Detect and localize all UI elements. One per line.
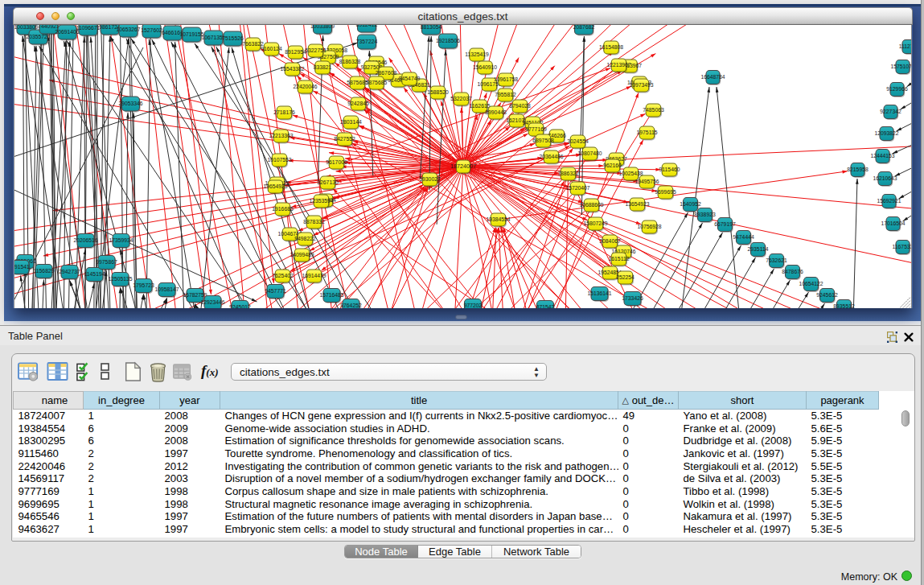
- svg-text:871542: 871542: [536, 304, 555, 308]
- svg-text:16648784: 16648784: [700, 74, 725, 80]
- svg-text:2867608: 2867608: [376, 70, 397, 76]
- svg-text:10653267: 10653267: [116, 27, 140, 32]
- svg-text:962160: 962160: [603, 163, 622, 168]
- svg-text:10025438: 10025438: [618, 171, 643, 176]
- svg-text:1975115: 1975115: [637, 130, 658, 135]
- svg-text:16914479: 16914479: [302, 273, 326, 278]
- svg-text:15136141: 15136141: [587, 290, 611, 296]
- svg-text:11325419: 11325419: [465, 51, 489, 57]
- svg-text:10654122: 10654122: [799, 281, 823, 286]
- svg-text:1167533: 1167533: [893, 244, 912, 249]
- svg-text:9617006: 9617006: [326, 159, 347, 165]
- svg-text:10973493: 10973493: [629, 82, 653, 88]
- svg-text:16154808: 16154808: [599, 44, 623, 50]
- svg-text:9498222: 9498222: [294, 236, 316, 241]
- svg-text:15751074: 15751074: [890, 64, 912, 69]
- svg-text:7485063: 7485063: [643, 107, 664, 113]
- svg-text:22420046: 22420046: [293, 84, 317, 89]
- svg-text:19495756: 19495756: [634, 179, 659, 184]
- svg-text:12213967: 12213967: [606, 62, 630, 68]
- svg-text:8878332: 8878332: [303, 219, 325, 225]
- svg-text:3024554: 3024554: [567, 138, 589, 144]
- svg-text:2718176: 2718176: [273, 109, 295, 115]
- svg-text:5875685: 5875685: [366, 80, 388, 85]
- svg-text:9457771: 9457771: [265, 288, 286, 294]
- svg-text:13654923: 13654923: [625, 201, 649, 207]
- svg-text:12213363: 12213363: [269, 133, 293, 138]
- svg-text:9160124: 9160124: [261, 46, 282, 51]
- svg-text:8912954: 8912954: [285, 49, 306, 55]
- svg-text:833821: 833821: [314, 64, 332, 70]
- svg-text:16543382: 16543382: [280, 66, 304, 72]
- svg-text:7515526: 7515526: [222, 35, 244, 41]
- svg-text:16782759: 16782759: [183, 292, 207, 298]
- svg-text:8215958: 8215958: [847, 167, 869, 172]
- svg-text:19654923: 19654923: [263, 183, 287, 189]
- svg-text:1162615: 1162615: [470, 103, 491, 109]
- svg-text:7632621: 7632621: [766, 257, 787, 263]
- svg-text:3084067: 3084067: [599, 238, 621, 244]
- svg-text:15807249: 15807249: [583, 220, 607, 226]
- svg-text:15640910: 15640910: [473, 64, 497, 70]
- svg-text:2803144: 2803144: [340, 119, 362, 125]
- svg-text:15716485: 15716485: [319, 292, 343, 298]
- svg-text:2942737: 2942737: [59, 269, 80, 274]
- svg-text:8935512: 8935512: [833, 303, 855, 308]
- svg-text:8427552: 8427552: [334, 136, 355, 142]
- svg-text:6794028: 6794028: [509, 103, 531, 109]
- svg-text:9975867: 9975867: [96, 259, 117, 265]
- svg-text:17016504: 17016504: [881, 220, 905, 226]
- svg-text:15720407: 15720407: [565, 185, 589, 191]
- svg-text:1640952: 1640952: [680, 201, 701, 207]
- svg-text:391541: 391541: [14, 264, 30, 270]
- svg-text:6679197: 6679197: [714, 221, 736, 227]
- svg-text:9115460: 9115460: [659, 167, 680, 172]
- svg-text:977202: 977202: [464, 303, 483, 308]
- svg-text:1795723: 1795723: [133, 282, 154, 288]
- svg-text:7886322: 7886322: [557, 171, 579, 176]
- svg-text:9227342: 9227342: [880, 109, 901, 114]
- svg-text:20364486: 20364486: [539, 154, 563, 159]
- svg-text:7955812: 7955812: [495, 92, 516, 97]
- svg-text:2935114: 2935114: [748, 246, 769, 252]
- svg-text:10688609: 10688609: [579, 202, 603, 208]
- svg-text:1588520: 1588520: [427, 89, 449, 95]
- svg-text:12505135: 12505135: [108, 276, 132, 282]
- svg-text:1615112: 1615112: [609, 256, 630, 262]
- svg-text:20206516: 20206516: [73, 237, 97, 243]
- svg-text:12923446: 12923446: [200, 299, 224, 305]
- svg-text:8186328: 8186328: [339, 59, 361, 64]
- svg-text:5322037: 5322037: [450, 96, 472, 101]
- svg-text:17359934: 17359934: [109, 237, 133, 243]
- svg-text:19218506: 19218506: [436, 38, 460, 43]
- svg-text:10756928: 10756928: [637, 224, 661, 229]
- svg-text:16210643: 16210643: [873, 175, 897, 181]
- svg-text:10958147: 10958147: [154, 286, 179, 292]
- svg-text:15692921: 15692921: [877, 198, 901, 204]
- svg-text:11096671: 11096671: [76, 25, 101, 31]
- svg-text:1916685: 1916685: [272, 206, 294, 212]
- svg-text:12093822: 12093822: [874, 130, 898, 136]
- svg-text:9699695: 9699695: [655, 189, 676, 195]
- svg-text:10807480: 10807480: [577, 150, 602, 156]
- svg-text:8478676: 8478676: [782, 269, 803, 274]
- svg-text:7625402: 7625402: [272, 273, 294, 278]
- svg-text:9245612: 9245612: [816, 292, 838, 298]
- svg-text:18724007: 18724007: [450, 163, 476, 170]
- svg-text:14099489: 14099489: [290, 252, 314, 257]
- svg-text:6897508: 6897508: [532, 138, 554, 143]
- svg-text:5930027: 5930027: [419, 176, 441, 182]
- svg-text:7357224: 7357224: [356, 39, 378, 44]
- svg-text:8938923: 8938923: [694, 212, 716, 217]
- svg-text:252254: 252254: [616, 274, 634, 280]
- svg-text:19384554: 19384554: [486, 216, 510, 222]
- svg-text:12444153: 12444153: [870, 153, 894, 159]
- svg-text:9129966: 9129966: [886, 86, 908, 92]
- svg-text:1145194: 1145194: [84, 271, 105, 277]
- svg-text:1156829: 1156829: [34, 268, 55, 274]
- svg-text:10719155: 10719155: [179, 31, 203, 37]
- svg-text:9474444: 9474444: [733, 234, 754, 240]
- svg-text:8990448: 8990448: [485, 109, 507, 115]
- svg-text:9777169: 9777169: [525, 126, 547, 132]
- svg-text:1112753: 1112753: [899, 43, 912, 49]
